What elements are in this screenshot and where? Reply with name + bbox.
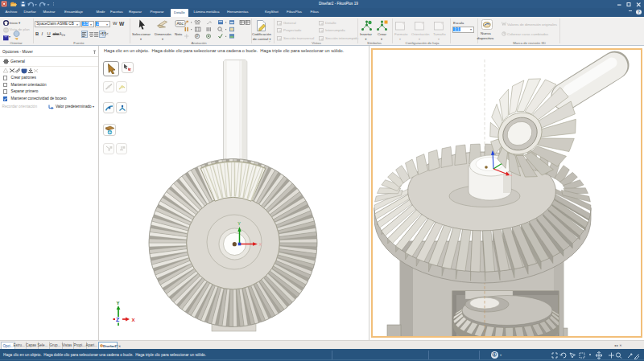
svg-text:X: X — [132, 318, 135, 322]
svg-text:P: P — [196, 35, 199, 39]
svg-text:Z: Z — [116, 317, 120, 322]
svg-text:Y: Y — [116, 301, 119, 306]
svg-text:Y: Y — [237, 221, 241, 226]
svg-text:X: X — [259, 242, 262, 247]
